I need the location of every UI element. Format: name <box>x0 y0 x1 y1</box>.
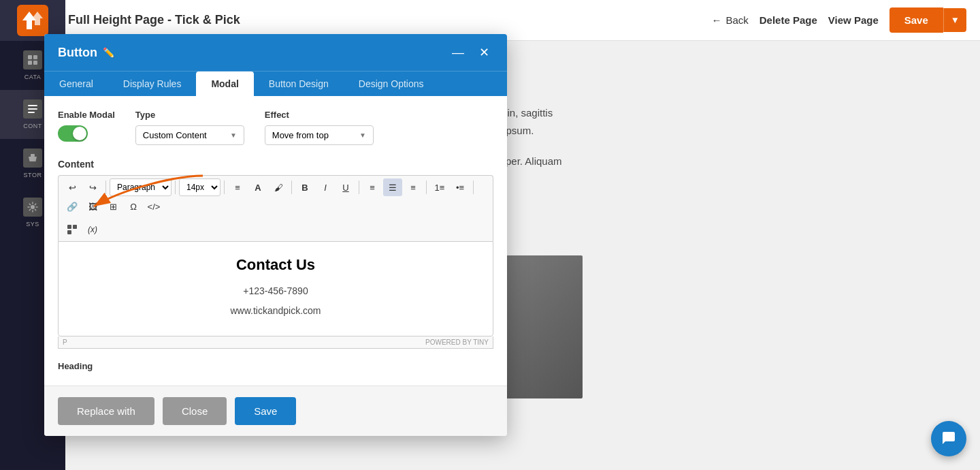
chat-bubble[interactable] <box>931 421 966 456</box>
type-group: Type Custom Content ▼ <box>135 110 244 145</box>
sidebar-cont-label: CONT <box>23 123 42 129</box>
toolbar-sep-1 <box>105 181 106 194</box>
link-button[interactable]: 🔗 <box>63 198 82 215</box>
dialog-body: Enable Modal Type Custom Content ▼ Effec… <box>44 96 507 386</box>
dialog-minimize-button[interactable]: — <box>448 44 468 61</box>
tab-display-rules[interactable]: Display Rules <box>108 72 197 96</box>
content-label: Content <box>58 159 493 170</box>
editor-footer: P POWERED BY TINY <box>58 336 493 349</box>
svg-rect-3 <box>28 61 32 65</box>
editor-phone: +123-456-7890 <box>69 283 482 298</box>
toolbar-sep-7 <box>473 181 474 194</box>
type-label: Type <box>135 110 244 120</box>
view-page-button[interactable]: View Page <box>828 14 879 26</box>
sidebar-store-label: STOR <box>24 172 42 178</box>
paragraph-select[interactable]: Paragraph <box>110 178 172 196</box>
ordered-list-button[interactable]: 1≡ <box>430 178 449 196</box>
bold-button[interactable]: B <box>295 178 314 196</box>
tab-modal[interactable]: Modal <box>196 72 253 96</box>
system-icon <box>23 198 42 217</box>
heading-label: Heading <box>58 361 93 371</box>
svg-rect-10 <box>67 225 71 229</box>
chat-icon <box>940 430 958 448</box>
toggle-knob <box>73 127 86 140</box>
back-button[interactable]: ← Back <box>711 14 748 26</box>
image-button[interactable]: 🖼 <box>83 198 102 215</box>
svg-rect-1 <box>28 55 32 59</box>
highlight-button[interactable]: 🖌 <box>269 178 288 196</box>
sidebar-sys-label: SYS <box>26 221 39 228</box>
tab-button-design[interactable]: Button Design <box>254 72 344 96</box>
dialog-title: Button ✏️ <box>58 46 114 60</box>
effect-select-value: Move from top <box>272 130 354 140</box>
cont-icon <box>23 99 42 119</box>
editor-footer-powered: POWERED BY TINY <box>425 339 489 346</box>
undo-button[interactable]: ↩ <box>63 178 82 196</box>
variable-button[interactable]: (x) <box>83 221 102 238</box>
widget-button[interactable] <box>63 221 82 238</box>
tab-design-options[interactable]: Design Options <box>344 72 439 96</box>
table-button[interactable]: ⊞ <box>103 198 122 215</box>
unordered-list-button[interactable]: •≡ <box>451 178 470 196</box>
redo-button[interactable]: ↪ <box>83 178 102 196</box>
effect-select[interactable]: Move from top ▼ <box>265 125 374 145</box>
align-center-button[interactable]: ☰ <box>383 178 402 196</box>
delete-page-button[interactable]: Delete Page <box>760 14 817 26</box>
svg-rect-7 <box>28 112 35 113</box>
save-button[interactable]: Save <box>889 7 943 33</box>
dialog-header: Button ✏️ — ✕ <box>44 34 507 71</box>
special-char-button[interactable]: Ω <box>124 198 143 215</box>
italic-button[interactable]: I <box>316 178 335 196</box>
align-right-button[interactable]: ≡ <box>404 178 423 196</box>
editor-toolbar-2: (x) <box>58 218 493 241</box>
svg-rect-8 <box>31 154 35 157</box>
dialog-tabs: General Display Rules Modal Button Desig… <box>44 71 507 96</box>
enable-modal-toggle[interactable] <box>58 125 88 142</box>
editor-area[interactable]: Contact Us +123-456-7890 www.tickandpick… <box>58 241 493 336</box>
type-select-arrow: ▼ <box>230 131 237 139</box>
page-title: Full Height Page - Tick & Pick <box>68 13 240 27</box>
dialog-save-button[interactable]: Save <box>235 397 296 425</box>
svg-rect-6 <box>28 108 37 110</box>
save-dropdown-button[interactable]: ▼ <box>943 8 966 32</box>
font-color-button[interactable]: A <box>248 178 267 196</box>
modal-options-row: Enable Modal Type Custom Content ▼ Effec… <box>58 110 493 145</box>
enable-modal-label: Enable Modal <box>58 110 115 120</box>
replace-with-button[interactable]: Replace with <box>58 397 154 425</box>
tab-general[interactable]: General <box>44 72 108 96</box>
effect-label: Effect <box>265 110 374 120</box>
heading-section: Heading <box>58 360 493 372</box>
source-code-button[interactable]: </> <box>144 198 163 215</box>
svg-rect-12 <box>67 230 71 234</box>
svg-rect-5 <box>28 105 37 106</box>
toolbar-sep-2 <box>175 181 176 194</box>
button-dialog: Button ✏️ — ✕ General Display Rules Moda… <box>44 34 507 436</box>
editor-toolbar: ↩ ↪ Paragraph 14px ≡ A 🖌 B I U ≡ ☰ ≡ 1≡ … <box>58 175 493 218</box>
sidebar-catalog-label: CATA <box>24 74 42 80</box>
toolbar-sep-6 <box>426 181 427 194</box>
editor-footer-p: P <box>63 339 67 346</box>
underline-button[interactable]: U <box>336 178 355 196</box>
effect-group: Effect Move from top ▼ <box>265 110 374 145</box>
toolbar-sep-4 <box>291 181 292 194</box>
edit-icon: ✏️ <box>103 47 114 58</box>
align-left-button[interactable]: ≡ <box>363 178 382 196</box>
editor-title: Contact Us <box>69 253 482 277</box>
enable-modal-group: Enable Modal <box>58 110 115 142</box>
type-select-value: Custom Content <box>143 130 225 140</box>
toolbar-sep-3 <box>224 181 225 194</box>
save-button-group: Save ▼ <box>889 7 966 33</box>
dialog-header-controls: — ✕ <box>448 44 493 61</box>
svg-point-9 <box>31 205 35 209</box>
chevron-down-icon: ▼ <box>951 15 960 25</box>
top-bar-actions: ← Back Delete Page View Page Save ▼ <box>711 7 966 33</box>
line-height-button[interactable]: ≡ <box>228 178 247 196</box>
type-select[interactable]: Custom Content ▼ <box>135 125 244 145</box>
close-button[interactable]: Close <box>163 397 227 425</box>
dialog-close-button[interactable]: ✕ <box>475 44 493 61</box>
back-arrow-icon: ← <box>711 14 721 26</box>
catalog-icon <box>23 50 42 69</box>
font-size-select[interactable]: 14px <box>179 178 220 196</box>
svg-rect-11 <box>73 225 77 229</box>
editor-url: www.tickandpick.com <box>69 303 482 318</box>
